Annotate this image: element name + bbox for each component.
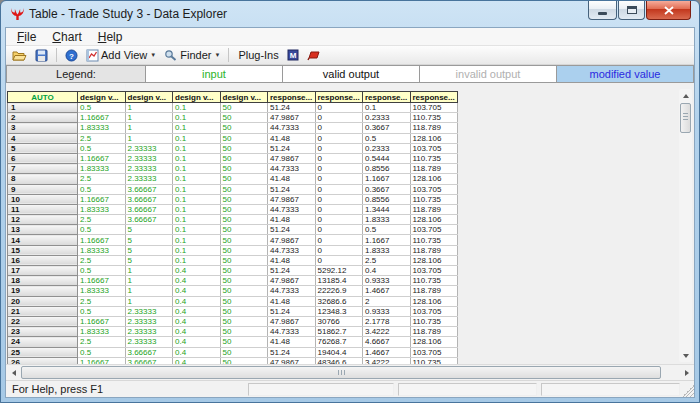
- column-header-3[interactable]: design v...: [173, 92, 221, 103]
- cell-r22-c1[interactable]: 1.16667: [78, 316, 126, 326]
- cell-r12-c7[interactable]: 1.8333: [363, 215, 411, 225]
- cell-r25-c7[interactable]: 1.4667: [363, 347, 411, 357]
- cell-r16-c4[interactable]: 50: [220, 255, 268, 265]
- cell-r14-c6[interactable]: 0: [315, 235, 363, 245]
- cell-r1-c6[interactable]: 0: [315, 103, 363, 113]
- cell-r7-c3[interactable]: 0.1: [173, 164, 221, 174]
- plugin-flag-button[interactable]: [304, 47, 323, 64]
- cell-r17-c2[interactable]: 1: [125, 266, 173, 276]
- column-header-7[interactable]: response...: [363, 92, 411, 103]
- vertical-scrollbar[interactable]: [679, 89, 692, 362]
- cell-r14-c5[interactable]: 47.9867: [268, 235, 316, 245]
- column-header-5[interactable]: response...: [268, 92, 316, 103]
- row-header-2[interactable]: 2: [8, 113, 78, 123]
- row-header-18[interactable]: 18: [8, 276, 78, 286]
- cell-r17-c4[interactable]: 50: [220, 266, 268, 276]
- cell-r26-c2[interactable]: 3.66667: [125, 357, 173, 364]
- cell-r21-c5[interactable]: 51.24: [268, 306, 316, 316]
- row-header-4[interactable]: 4: [8, 133, 78, 143]
- cell-r13-c3[interactable]: 0.1: [173, 225, 221, 235]
- cell-r2-c6[interactable]: 0: [315, 113, 363, 123]
- cell-r10-c4[interactable]: 50: [220, 194, 268, 204]
- cell-r22-c2[interactable]: 2.33333: [125, 316, 173, 326]
- cell-r13-c4[interactable]: 50: [220, 225, 268, 235]
- row-header-22[interactable]: 22: [8, 316, 78, 326]
- plugin-script-button[interactable]: M: [284, 47, 302, 64]
- cell-r3-c8[interactable]: 118.789: [410, 123, 458, 133]
- cell-r19-c7[interactable]: 1.4667: [363, 286, 411, 296]
- scroll-left-button[interactable]: [7, 366, 20, 379]
- cell-r18-c4[interactable]: 50: [220, 276, 268, 286]
- cell-r18-c6[interactable]: 13185.4: [315, 276, 363, 286]
- cell-r13-c8[interactable]: 103.705: [410, 225, 458, 235]
- cell-r24-c4[interactable]: 50: [220, 337, 268, 347]
- vertical-scroll-thumb[interactable]: [680, 103, 691, 133]
- cell-r12-c1[interactable]: 2.5: [78, 215, 126, 225]
- cell-r25-c8[interactable]: 103.705: [410, 347, 458, 357]
- cell-r4-c7[interactable]: 0.5: [363, 133, 411, 143]
- cell-r16-c6[interactable]: 0: [315, 255, 363, 265]
- cell-r19-c8[interactable]: 118.789: [410, 286, 458, 296]
- cell-r15-c7[interactable]: 1.8333: [363, 245, 411, 255]
- cell-r23-c8[interactable]: 118.789: [410, 327, 458, 337]
- cell-r2-c8[interactable]: 110.735: [410, 113, 458, 123]
- cell-r4-c3[interactable]: 0.1: [173, 133, 221, 143]
- cell-r21-c4[interactable]: 50: [220, 306, 268, 316]
- cell-r4-c8[interactable]: 128.106: [410, 133, 458, 143]
- cell-r16-c1[interactable]: 2.5: [78, 255, 126, 265]
- cell-r12-c2[interactable]: 3.66667: [125, 215, 173, 225]
- cell-r19-c5[interactable]: 44.7333: [268, 286, 316, 296]
- cell-r3-c1[interactable]: 1.83333: [78, 123, 126, 133]
- cell-r14-c7[interactable]: 1.1667: [363, 235, 411, 245]
- cell-r3-c7[interactable]: 0.3667: [363, 123, 411, 133]
- cell-r7-c1[interactable]: 1.83333: [78, 164, 126, 174]
- cell-r18-c2[interactable]: 1: [125, 276, 173, 286]
- finder-button[interactable]: Finder▼: [161, 47, 223, 64]
- cell-r22-c6[interactable]: 30766: [315, 316, 363, 326]
- column-header-2[interactable]: design v...: [125, 92, 173, 103]
- cell-r11-c7[interactable]: 1.3444: [363, 204, 411, 214]
- cell-r17-c3[interactable]: 0.4: [173, 266, 221, 276]
- cell-r25-c5[interactable]: 51.24: [268, 347, 316, 357]
- row-header-11[interactable]: 11: [8, 204, 78, 214]
- cell-r12-c5[interactable]: 41.48: [268, 215, 316, 225]
- row-header-7[interactable]: 7: [8, 164, 78, 174]
- row-header-25[interactable]: 25: [8, 347, 78, 357]
- row-header-20[interactable]: 20: [8, 296, 78, 306]
- scroll-right-button[interactable]: [680, 366, 693, 379]
- row-header-15[interactable]: 15: [8, 245, 78, 255]
- cell-r10-c6[interactable]: 0: [315, 194, 363, 204]
- open-button[interactable]: [9, 47, 30, 64]
- cell-r20-c6[interactable]: 32686.6: [315, 296, 363, 306]
- cell-r2-c3[interactable]: 0.1: [173, 113, 221, 123]
- cell-r7-c6[interactable]: 0: [315, 164, 363, 174]
- cell-r24-c7[interactable]: 4.6667: [363, 337, 411, 347]
- cell-r7-c4[interactable]: 50: [220, 164, 268, 174]
- cell-r1-c4[interactable]: 50: [220, 103, 268, 113]
- cell-r18-c8[interactable]: 110.735: [410, 276, 458, 286]
- cell-r11-c4[interactable]: 50: [220, 204, 268, 214]
- cell-r2-c1[interactable]: 1.16667: [78, 113, 126, 123]
- scroll-down-button[interactable]: [679, 349, 692, 362]
- cell-r6-c4[interactable]: 50: [220, 153, 268, 163]
- cell-r23-c3[interactable]: 0.4: [173, 327, 221, 337]
- cell-r11-c3[interactable]: 0.1: [173, 204, 221, 214]
- cell-r1-c2[interactable]: 1: [125, 103, 173, 113]
- cell-r15-c1[interactable]: 1.83333: [78, 245, 126, 255]
- cell-r13-c1[interactable]: 0.5: [78, 225, 126, 235]
- cell-r22-c3[interactable]: 0.4: [173, 316, 221, 326]
- row-header-21[interactable]: 21: [8, 306, 78, 316]
- cell-r5-c2[interactable]: 2.33333: [125, 143, 173, 153]
- cell-r10-c7[interactable]: 0.8556: [363, 194, 411, 204]
- cell-r8-c2[interactable]: 2.33333: [125, 174, 173, 184]
- cell-r19-c2[interactable]: 1: [125, 286, 173, 296]
- cell-r8-c3[interactable]: 0.1: [173, 174, 221, 184]
- cell-r23-c1[interactable]: 1.83333: [78, 327, 126, 337]
- row-header-14[interactable]: 14: [8, 235, 78, 245]
- cell-r6-c5[interactable]: 47.9867: [268, 153, 316, 163]
- cell-r17-c6[interactable]: 5292.12: [315, 266, 363, 276]
- cell-r22-c5[interactable]: 47.9867: [268, 316, 316, 326]
- cell-r5-c8[interactable]: 103.705: [410, 143, 458, 153]
- column-header-4[interactable]: design v...: [220, 92, 268, 103]
- cell-r2-c7[interactable]: 0.2333: [363, 113, 411, 123]
